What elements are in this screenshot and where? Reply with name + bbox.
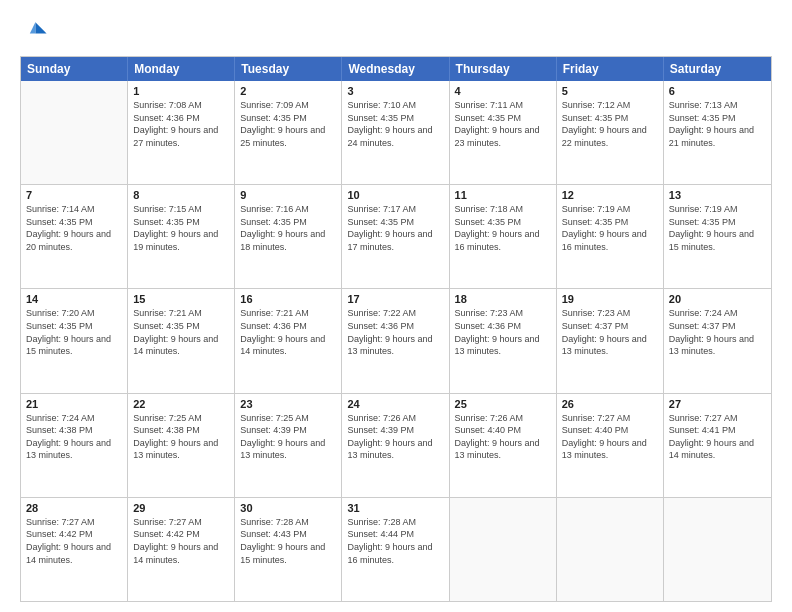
- calendar-week-1: 1Sunrise: 7:08 AMSunset: 4:36 PMDaylight…: [21, 81, 771, 184]
- day-cell-21: 21Sunrise: 7:24 AMSunset: 4:38 PMDayligh…: [21, 394, 128, 497]
- day-cell-8: 8Sunrise: 7:15 AMSunset: 4:35 PMDaylight…: [128, 185, 235, 288]
- day-cell-3: 3Sunrise: 7:10 AMSunset: 4:35 PMDaylight…: [342, 81, 449, 184]
- day-header-monday: Monday: [128, 57, 235, 81]
- day-cell-22: 22Sunrise: 7:25 AMSunset: 4:38 PMDayligh…: [128, 394, 235, 497]
- day-cell-10: 10Sunrise: 7:17 AMSunset: 4:35 PMDayligh…: [342, 185, 449, 288]
- day-number: 9: [240, 189, 336, 201]
- day-number: 30: [240, 502, 336, 514]
- day-info: Sunrise: 7:18 AMSunset: 4:35 PMDaylight:…: [455, 203, 551, 253]
- day-cell-15: 15Sunrise: 7:21 AMSunset: 4:35 PMDayligh…: [128, 289, 235, 392]
- day-info: Sunrise: 7:08 AMSunset: 4:36 PMDaylight:…: [133, 99, 229, 149]
- day-number: 17: [347, 293, 443, 305]
- day-number: 29: [133, 502, 229, 514]
- day-info: Sunrise: 7:25 AMSunset: 4:39 PMDaylight:…: [240, 412, 336, 462]
- day-info: Sunrise: 7:26 AMSunset: 4:40 PMDaylight:…: [455, 412, 551, 462]
- empty-cell: [450, 498, 557, 601]
- day-number: 1: [133, 85, 229, 97]
- day-cell-1: 1Sunrise: 7:08 AMSunset: 4:36 PMDaylight…: [128, 81, 235, 184]
- calendar: SundayMondayTuesdayWednesdayThursdayFrid…: [20, 56, 772, 602]
- day-number: 6: [669, 85, 766, 97]
- day-cell-26: 26Sunrise: 7:27 AMSunset: 4:40 PMDayligh…: [557, 394, 664, 497]
- day-cell-17: 17Sunrise: 7:22 AMSunset: 4:36 PMDayligh…: [342, 289, 449, 392]
- day-info: Sunrise: 7:27 AMSunset: 4:40 PMDaylight:…: [562, 412, 658, 462]
- calendar-body: 1Sunrise: 7:08 AMSunset: 4:36 PMDaylight…: [21, 81, 771, 601]
- day-header-friday: Friday: [557, 57, 664, 81]
- calendar-week-2: 7Sunrise: 7:14 AMSunset: 4:35 PMDaylight…: [21, 184, 771, 288]
- day-info: Sunrise: 7:23 AMSunset: 4:36 PMDaylight:…: [455, 307, 551, 357]
- page: SundayMondayTuesdayWednesdayThursdayFrid…: [0, 0, 792, 612]
- day-number: 19: [562, 293, 658, 305]
- day-info: Sunrise: 7:22 AMSunset: 4:36 PMDaylight:…: [347, 307, 443, 357]
- day-number: 24: [347, 398, 443, 410]
- day-info: Sunrise: 7:21 AMSunset: 4:35 PMDaylight:…: [133, 307, 229, 357]
- day-number: 2: [240, 85, 336, 97]
- day-cell-14: 14Sunrise: 7:20 AMSunset: 4:35 PMDayligh…: [21, 289, 128, 392]
- empty-cell: [21, 81, 128, 184]
- day-number: 31: [347, 502, 443, 514]
- day-info: Sunrise: 7:19 AMSunset: 4:35 PMDaylight:…: [669, 203, 766, 253]
- day-cell-6: 6Sunrise: 7:13 AMSunset: 4:35 PMDaylight…: [664, 81, 771, 184]
- day-header-tuesday: Tuesday: [235, 57, 342, 81]
- day-header-thursday: Thursday: [450, 57, 557, 81]
- day-number: 28: [26, 502, 122, 514]
- day-number: 8: [133, 189, 229, 201]
- day-info: Sunrise: 7:28 AMSunset: 4:44 PMDaylight:…: [347, 516, 443, 566]
- day-number: 20: [669, 293, 766, 305]
- day-number: 7: [26, 189, 122, 201]
- calendar-week-5: 28Sunrise: 7:27 AMSunset: 4:42 PMDayligh…: [21, 497, 771, 601]
- day-info: Sunrise: 7:24 AMSunset: 4:38 PMDaylight:…: [26, 412, 122, 462]
- day-cell-25: 25Sunrise: 7:26 AMSunset: 4:40 PMDayligh…: [450, 394, 557, 497]
- day-number: 3: [347, 85, 443, 97]
- day-cell-24: 24Sunrise: 7:26 AMSunset: 4:39 PMDayligh…: [342, 394, 449, 497]
- day-info: Sunrise: 7:09 AMSunset: 4:35 PMDaylight:…: [240, 99, 336, 149]
- day-number: 11: [455, 189, 551, 201]
- day-cell-7: 7Sunrise: 7:14 AMSunset: 4:35 PMDaylight…: [21, 185, 128, 288]
- logo: [20, 18, 52, 46]
- header: [20, 18, 772, 46]
- day-number: 21: [26, 398, 122, 410]
- day-number: 5: [562, 85, 658, 97]
- svg-marker-1: [30, 22, 36, 33]
- day-info: Sunrise: 7:27 AMSunset: 4:41 PMDaylight:…: [669, 412, 766, 462]
- calendar-week-3: 14Sunrise: 7:20 AMSunset: 4:35 PMDayligh…: [21, 288, 771, 392]
- day-cell-16: 16Sunrise: 7:21 AMSunset: 4:36 PMDayligh…: [235, 289, 342, 392]
- day-cell-13: 13Sunrise: 7:19 AMSunset: 4:35 PMDayligh…: [664, 185, 771, 288]
- day-cell-31: 31Sunrise: 7:28 AMSunset: 4:44 PMDayligh…: [342, 498, 449, 601]
- day-cell-18: 18Sunrise: 7:23 AMSunset: 4:36 PMDayligh…: [450, 289, 557, 392]
- day-info: Sunrise: 7:11 AMSunset: 4:35 PMDaylight:…: [455, 99, 551, 149]
- day-cell-5: 5Sunrise: 7:12 AMSunset: 4:35 PMDaylight…: [557, 81, 664, 184]
- day-info: Sunrise: 7:17 AMSunset: 4:35 PMDaylight:…: [347, 203, 443, 253]
- day-info: Sunrise: 7:16 AMSunset: 4:35 PMDaylight:…: [240, 203, 336, 253]
- day-number: 14: [26, 293, 122, 305]
- day-number: 15: [133, 293, 229, 305]
- day-cell-28: 28Sunrise: 7:27 AMSunset: 4:42 PMDayligh…: [21, 498, 128, 601]
- day-info: Sunrise: 7:23 AMSunset: 4:37 PMDaylight:…: [562, 307, 658, 357]
- day-number: 26: [562, 398, 658, 410]
- day-cell-11: 11Sunrise: 7:18 AMSunset: 4:35 PMDayligh…: [450, 185, 557, 288]
- day-header-wednesday: Wednesday: [342, 57, 449, 81]
- empty-cell: [664, 498, 771, 601]
- day-cell-29: 29Sunrise: 7:27 AMSunset: 4:42 PMDayligh…: [128, 498, 235, 601]
- day-info: Sunrise: 7:27 AMSunset: 4:42 PMDaylight:…: [26, 516, 122, 566]
- day-number: 12: [562, 189, 658, 201]
- day-info: Sunrise: 7:12 AMSunset: 4:35 PMDaylight:…: [562, 99, 658, 149]
- logo-icon: [20, 18, 48, 46]
- day-info: Sunrise: 7:14 AMSunset: 4:35 PMDaylight:…: [26, 203, 122, 253]
- day-number: 22: [133, 398, 229, 410]
- day-cell-27: 27Sunrise: 7:27 AMSunset: 4:41 PMDayligh…: [664, 394, 771, 497]
- day-cell-2: 2Sunrise: 7:09 AMSunset: 4:35 PMDaylight…: [235, 81, 342, 184]
- day-number: 13: [669, 189, 766, 201]
- day-number: 16: [240, 293, 336, 305]
- day-info: Sunrise: 7:24 AMSunset: 4:37 PMDaylight:…: [669, 307, 766, 357]
- empty-cell: [557, 498, 664, 601]
- day-info: Sunrise: 7:28 AMSunset: 4:43 PMDaylight:…: [240, 516, 336, 566]
- calendar-week-4: 21Sunrise: 7:24 AMSunset: 4:38 PMDayligh…: [21, 393, 771, 497]
- day-info: Sunrise: 7:21 AMSunset: 4:36 PMDaylight:…: [240, 307, 336, 357]
- day-header-saturday: Saturday: [664, 57, 771, 81]
- calendar-header: SundayMondayTuesdayWednesdayThursdayFrid…: [21, 57, 771, 81]
- day-cell-12: 12Sunrise: 7:19 AMSunset: 4:35 PMDayligh…: [557, 185, 664, 288]
- day-info: Sunrise: 7:25 AMSunset: 4:38 PMDaylight:…: [133, 412, 229, 462]
- day-info: Sunrise: 7:10 AMSunset: 4:35 PMDaylight:…: [347, 99, 443, 149]
- day-cell-19: 19Sunrise: 7:23 AMSunset: 4:37 PMDayligh…: [557, 289, 664, 392]
- day-number: 27: [669, 398, 766, 410]
